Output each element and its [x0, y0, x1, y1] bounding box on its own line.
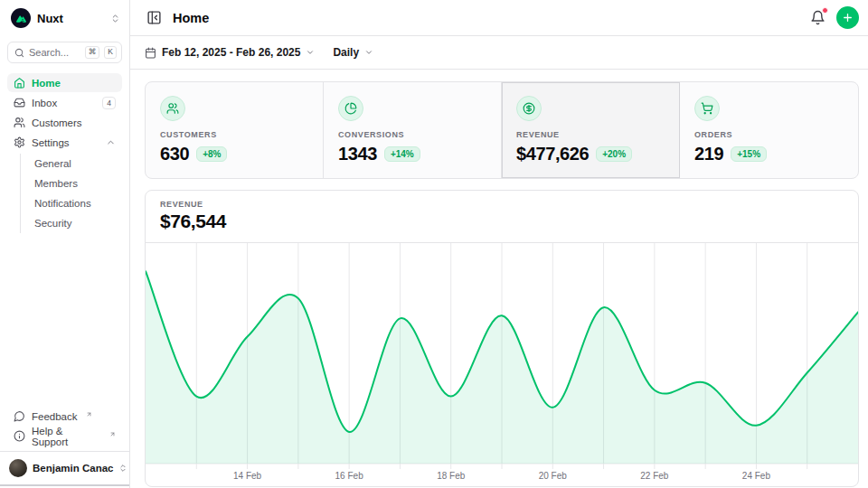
- sidebar-item-inbox[interactable]: Inbox 4: [7, 93, 122, 112]
- nuxt-logo-icon: [11, 8, 31, 28]
- users-icon: [160, 96, 185, 121]
- inbox-icon: [14, 97, 25, 108]
- search-input[interactable]: Search... ⌘ K: [7, 42, 122, 63]
- search-placeholder: Search...: [29, 47, 80, 58]
- svg-text:24 Feb: 24 Feb: [742, 471, 771, 481]
- plus-icon: [842, 12, 854, 23]
- avatar: [9, 459, 27, 477]
- chevrons-up-down-icon: [110, 14, 120, 23]
- page-content: CUSTOMERS 630 +8% CONVERSIONS 1343 +14%: [130, 70, 868, 488]
- dollar-circle-icon: [516, 96, 542, 121]
- calendar-icon: [145, 47, 156, 59]
- subnav-label: Notifications: [34, 198, 91, 209]
- sidebar-item-general[interactable]: General: [21, 154, 122, 174]
- stat-value: 1343: [338, 144, 377, 164]
- stat-value: $477,626: [516, 144, 589, 164]
- period-select[interactable]: Daily: [333, 46, 373, 59]
- pie-chart-icon: [338, 96, 363, 121]
- sidebar-bottom-edge: [0, 484, 129, 486]
- inbox-count-badge: 4: [102, 97, 116, 109]
- sidebar-item-security[interactable]: Security: [21, 213, 122, 233]
- external-link-icon: [86, 411, 92, 418]
- svg-text:22 Feb: 22 Feb: [640, 471, 669, 481]
- svg-text:14 Feb: 14 Feb: [233, 471, 262, 481]
- revenue-chart-card: REVENUE $76,544 14 Feb16 Feb18 Feb20 Feb…: [145, 190, 859, 487]
- stats-grid: CUSTOMERS 630 +8% CONVERSIONS 1343 +14%: [145, 81, 859, 179]
- svg-text:16 Feb: 16 Feb: [335, 471, 364, 481]
- sidebar-nav: Home Inbox 4 Customers Settings: [0, 73, 129, 234]
- external-link-icon: [109, 431, 116, 437]
- shopping-cart-icon: [694, 96, 720, 121]
- stat-card-conversions[interactable]: CONVERSIONS 1343 +14%: [324, 82, 502, 178]
- stat-card-revenue[interactable]: REVENUE $477,626 +20%: [502, 82, 680, 178]
- stat-value: 219: [694, 144, 723, 164]
- stat-delta-badge: +15%: [731, 146, 767, 162]
- stat-label: CONVERSIONS: [338, 130, 486, 139]
- settings-subnav: General Members Notifications Security: [20, 154, 122, 233]
- sidebar-item-home[interactable]: Home: [7, 73, 122, 92]
- sidebar-item-label: Settings: [32, 137, 70, 148]
- sidebar-collapse-button[interactable]: [145, 8, 164, 27]
- sidebar-item-label: Help & Support: [32, 426, 101, 447]
- sidebar-item-label: Inbox: [32, 98, 57, 108]
- stat-card-orders[interactable]: ORDERS 219 +15%: [680, 82, 858, 178]
- kbd-k: K: [104, 46, 117, 58]
- page-header: Home: [130, 0, 868, 36]
- subnav-label: Security: [34, 218, 72, 229]
- date-range-value: Feb 12, 2025 - Feb 26, 2025: [162, 46, 300, 59]
- svg-text:20 Feb: 20 Feb: [539, 471, 568, 481]
- panel-left-close-icon: [146, 10, 162, 25]
- notification-dot: [822, 7, 828, 14]
- sidebar-item-notifications[interactable]: Notifications: [21, 193, 122, 213]
- chart-total-value: $76,544: [160, 211, 844, 232]
- main-area: Home Feb 12,: [130, 0, 868, 488]
- sidebar: Nuxt Search... ⌘ K Home: [0, 0, 130, 488]
- sidebar-item-label: Feedback: [32, 411, 78, 422]
- subnav-label: Members: [34, 178, 78, 189]
- period-value: Daily: [333, 46, 359, 59]
- dashboard-app: Nuxt Search... ⌘ K Home: [0, 0, 868, 488]
- revenue-chart[interactable]: 14 Feb16 Feb18 Feb20 Feb22 Feb24 Feb: [146, 243, 858, 486]
- home-icon: [14, 77, 25, 89]
- chevron-up-icon: [106, 137, 116, 147]
- sidebar-item-members[interactable]: Members: [21, 174, 122, 193]
- stat-delta-badge: +8%: [196, 146, 227, 162]
- sidebar-item-label: Customers: [32, 117, 82, 128]
- filter-toolbar: Feb 12, 2025 - Feb 26, 2025 Daily: [130, 36, 868, 70]
- user-menu[interactable]: Benjamin Canac: [0, 451, 129, 484]
- stat-delta-badge: +20%: [596, 146, 632, 162]
- sidebar-item-label: Home: [32, 78, 61, 89]
- stat-label: REVENUE: [516, 130, 665, 139]
- sidebar-item-customers[interactable]: Customers: [7, 113, 122, 132]
- sidebar-item-feedback[interactable]: Feedback: [7, 407, 122, 426]
- stat-delta-badge: +14%: [384, 146, 420, 162]
- stat-label: CUSTOMERS: [160, 130, 308, 139]
- message-circle-icon: [14, 410, 25, 422]
- chart-header: REVENUE $76,544: [146, 191, 858, 243]
- date-range-picker[interactable]: Feb 12, 2025 - Feb 26, 2025: [145, 46, 315, 59]
- page-title: Home: [173, 11, 209, 25]
- notifications-button[interactable]: [808, 8, 827, 27]
- gear-icon: [14, 136, 25, 148]
- chevron-down-icon: [364, 48, 373, 57]
- workspace-switcher[interactable]: Nuxt: [0, 0, 129, 35]
- workspace-name: Nuxt: [37, 12, 63, 25]
- chevrons-up-down-icon: [118, 464, 127, 473]
- header-actions: [808, 6, 859, 29]
- stat-value: 630: [160, 144, 189, 164]
- svg-text:18 Feb: 18 Feb: [437, 471, 466, 481]
- subnav-label: General: [34, 158, 71, 169]
- search-icon: [14, 48, 24, 58]
- users-icon: [14, 117, 25, 128]
- sidebar-item-settings[interactable]: Settings: [7, 133, 122, 152]
- chart-label: REVENUE: [160, 200, 844, 209]
- kbd-meta: ⌘: [85, 46, 100, 58]
- info-circle-icon: [14, 430, 25, 442]
- add-button[interactable]: [836, 6, 859, 29]
- chevron-down-icon: [306, 48, 315, 57]
- stat-label: ORDERS: [694, 130, 844, 139]
- sidebar-item-help-support[interactable]: Help & Support: [7, 427, 122, 446]
- stat-card-customers[interactable]: CUSTOMERS 630 +8%: [146, 82, 324, 178]
- user-name: Benjamin Canac: [33, 463, 113, 474]
- sidebar-footer: Feedback Help & Support Benjamin Canac: [0, 407, 129, 488]
